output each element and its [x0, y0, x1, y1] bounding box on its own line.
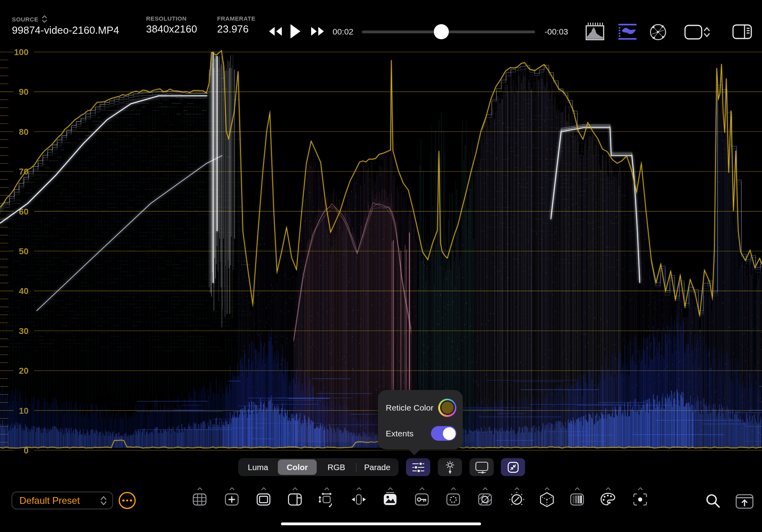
caret-up-icon	[356, 487, 362, 490]
mask-tool-button[interactable]	[476, 487, 494, 507]
caret-up-icon	[292, 487, 298, 490]
waveform-scope-canvas	[0, 0, 762, 532]
sidebar-toggle-icon	[732, 23, 752, 40]
backlight-button[interactable]	[438, 458, 462, 476]
sliders-icon	[412, 461, 425, 473]
histogram-mode-button[interactable]	[585, 23, 605, 41]
caret-up-icon	[229, 487, 235, 490]
framerate-value: 23.976	[217, 23, 256, 35]
caret-up-icon	[451, 487, 456, 490]
key-tool-button[interactable]	[413, 487, 431, 507]
caret-up-icon	[197, 487, 202, 490]
fast-forward-icon	[310, 25, 325, 37]
search-button[interactable]	[705, 493, 722, 509]
transform-tool-icon	[318, 492, 336, 507]
caret-up-icon	[388, 487, 393, 490]
dial-tool-icon	[508, 492, 526, 507]
reticle-color-well[interactable]	[438, 399, 456, 417]
levels-tool-button[interactable]	[568, 487, 586, 507]
play-button[interactable]	[289, 23, 302, 40]
vectorscope-icon	[648, 23, 668, 42]
key-tool-icon	[413, 492, 431, 507]
caret-up-icon	[606, 487, 611, 490]
collapse-icon	[507, 461, 520, 474]
fast-forward-button[interactable]	[310, 25, 325, 37]
source-filename: 99874-video-2160.MP4	[12, 24, 119, 36]
brightness-icon	[444, 461, 456, 474]
export-button[interactable]	[735, 494, 754, 509]
focus-tool-button[interactable]	[631, 487, 649, 507]
preset-value: Default Preset	[19, 495, 80, 506]
dial-tool-button[interactable]	[508, 487, 526, 507]
caret-up-icon	[638, 487, 643, 490]
aspect-ratio-icon	[684, 24, 710, 40]
scope-settings-button[interactable]	[406, 458, 430, 476]
remaining-timecode: -00:03	[545, 27, 568, 36]
flip-tool-button[interactable]	[350, 487, 368, 507]
reticle-color-label: Reticle Color	[386, 403, 433, 413]
export-icon	[735, 494, 754, 509]
play-icon	[289, 23, 302, 40]
frame-tool-icon	[254, 492, 273, 507]
rewind-button[interactable]	[267, 25, 283, 37]
caret-up-icon	[483, 487, 488, 490]
video-scope-app: { "app": {"background": "#000000", "acce…	[0, 0, 762, 532]
home-indicator[interactable]	[281, 522, 481, 525]
waveform-icon	[618, 23, 637, 41]
grid-tool-button[interactable]	[190, 487, 209, 507]
selection-tool-icon	[444, 492, 462, 507]
focus-tool-icon	[631, 492, 649, 507]
ellipsis-icon	[122, 499, 125, 502]
palette-tool-button[interactable]	[599, 487, 617, 507]
frame-tool-button[interactable]	[254, 487, 273, 507]
rewind-icon	[267, 25, 283, 37]
lut-cube-tool-button[interactable]	[538, 487, 556, 507]
histogram-icon	[585, 23, 605, 41]
preset-more-button[interactable]	[119, 492, 136, 509]
vectorscope-mode-button[interactable]	[648, 23, 668, 42]
timeline-scrubber[interactable]	[362, 31, 535, 33]
caret-up-icon	[545, 487, 550, 490]
layout-tool-icon	[286, 492, 304, 507]
scrubber-thumb[interactable]	[434, 24, 449, 39]
scope-type-segmented-control: Luma Color RGB Parade	[238, 458, 398, 476]
source-picker[interactable]: SOURCE 99874-video-2160.MP4	[12, 15, 119, 36]
extents-row: Extents	[378, 426, 463, 441]
framerate-label: FRAMERATE	[217, 15, 256, 22]
display-icon	[475, 461, 489, 474]
add-tool-button[interactable]	[223, 487, 241, 507]
waveform-mode-button[interactable]	[618, 23, 637, 41]
resolution-info: RESOLUTION 3840x2160	[146, 15, 197, 35]
framerate-info: FRAMERATE 23.976	[217, 15, 256, 35]
source-label: SOURCE	[12, 16, 38, 23]
display-button[interactable]	[470, 458, 494, 476]
aspect-ratio-button[interactable]	[684, 24, 710, 40]
selection-tool-button[interactable]	[444, 487, 462, 507]
image-adjust-tool-icon	[381, 492, 399, 507]
resolution-label: RESOLUTION	[146, 15, 197, 22]
image-adjust-tool-button[interactable]	[381, 487, 399, 507]
palette-tool-icon	[599, 492, 617, 507]
preset-dropdown[interactable]: Default Preset	[12, 492, 113, 509]
scope-settings-popover: Reticle Color Extents	[378, 390, 463, 449]
tab-parade[interactable]: Parade	[356, 459, 398, 475]
caret-up-icon	[575, 487, 580, 490]
popover-tail	[409, 449, 420, 455]
caret-up-icon	[514, 487, 520, 490]
resolution-value: 3840x2160	[146, 23, 197, 35]
add-tool-icon	[223, 492, 241, 507]
extents-label: Extents	[386, 429, 414, 438]
collapse-button[interactable]	[501, 458, 525, 476]
reticle-color-row: Reticle Color	[378, 399, 463, 417]
search-icon	[705, 493, 722, 509]
tab-luma[interactable]: Luma	[238, 459, 278, 475]
grid-tool-icon	[190, 492, 209, 507]
sidebar-toggle-button[interactable]	[732, 23, 752, 40]
chevron-updown-icon	[100, 496, 107, 506]
transform-tool-button[interactable]	[318, 487, 336, 507]
mask-tool-icon	[476, 492, 494, 507]
extents-toggle[interactable]	[431, 426, 456, 441]
tab-color[interactable]: Color	[278, 459, 317, 475]
tab-rgb[interactable]: RGB	[317, 459, 356, 475]
layout-tool-button[interactable]	[286, 487, 304, 507]
